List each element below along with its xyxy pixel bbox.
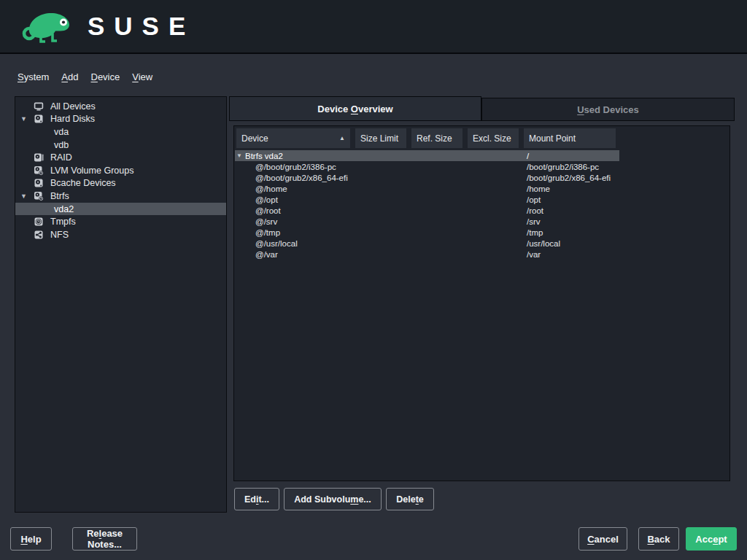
raid-icon <box>34 152 44 163</box>
back-button[interactable]: Back <box>638 527 679 551</box>
expander-down-icon[interactable]: ▼ <box>20 115 34 122</box>
tmpfs-icon <box>34 217 44 228</box>
suse-chameleon-icon <box>19 7 77 46</box>
table-header: Device ▲ Size Limit Ref. Size Excl. Size… <box>236 128 729 148</box>
column-header-device[interactable]: Device ▲ <box>236 128 350 148</box>
tree-item-lvm-volume-groups[interactable]: LVM Volume Groups <box>15 164 226 177</box>
menu-view[interactable]: View <box>132 71 152 82</box>
table-row[interactable]: @/home /home <box>235 183 619 194</box>
tab-used-devices[interactable]: Used Devices <box>481 98 735 121</box>
cell-mount-point: /tmp <box>527 227 543 238</box>
table-body: ▼ Btrfs vda2 / @/boot/grub2/i386-pc /boo… <box>235 150 729 260</box>
hard-disk-icon <box>34 114 44 125</box>
tree-item-label: vda <box>54 127 69 137</box>
suse-wordmark: SUSE <box>88 12 195 41</box>
help-button[interactable]: Help <box>10 527 52 551</box>
column-header-mount-point[interactable]: Mount Point <box>524 128 616 148</box>
cell-device: @/srv <box>255 217 277 226</box>
accept-button[interactable]: Accept <box>686 527 737 551</box>
table-row[interactable]: @/tmp /tmp <box>235 227 619 238</box>
tree-item-all-devices[interactable]: All Devices <box>15 100 226 113</box>
menubar: System Add Device View <box>18 71 152 82</box>
release-notes-button[interactable]: Release Notes... <box>72 527 137 551</box>
cell-mount-point: /usr/local <box>527 238 560 249</box>
cell-device: Btrfs vda2 <box>245 152 283 160</box>
tree-item-label: LVM Volume Groups <box>50 166 133 176</box>
cell-device: @/tmp <box>255 228 280 237</box>
tree-item-label: Btrfs <box>50 191 69 201</box>
tree-item-label: RAID <box>50 152 72 163</box>
suse-logo: SUSE <box>19 7 195 46</box>
cell-device: @/opt <box>255 195 278 204</box>
cell-mount-point: /boot/grub2/x86_64-efi <box>527 172 611 183</box>
column-header-ref-size[interactable]: Ref. Size <box>411 128 462 148</box>
table-row[interactable]: @/boot/grub2/x86_64-efi /boot/grub2/x86_… <box>235 172 619 183</box>
tab-device-overview[interactable]: Device Overview <box>229 96 481 121</box>
tree-item-tmpfs[interactable]: Tmpfs <box>15 215 226 228</box>
expander-down-icon[interactable]: ▼ <box>20 192 34 200</box>
tree-item-label: Tmpfs <box>50 217 76 227</box>
table-row-btrfs-vda2[interactable]: ▼ Btrfs vda2 / <box>235 150 619 161</box>
menu-system[interactable]: System <box>18 71 49 82</box>
tree-item-nfs[interactable]: NFS <box>15 228 226 241</box>
tree-item-label: Hard Disks <box>50 114 95 124</box>
sort-ascending-icon: ▲ <box>339 135 345 141</box>
subvolume-table: Device ▲ Size Limit Ref. Size Excl. Size… <box>233 125 730 481</box>
table-row[interactable]: @/opt /opt <box>235 194 619 205</box>
tree-item-vdb[interactable]: vdb <box>15 139 226 152</box>
computer-icon <box>34 101 44 112</box>
menu-add[interactable]: Add <box>61 71 78 82</box>
column-header-size-limit[interactable]: Size Limit <box>355 128 406 148</box>
cell-mount-point: /srv <box>527 216 541 227</box>
tree-item-label: Bcache Devices <box>50 178 116 188</box>
add-subvolume-button[interactable]: Add Subvolume... <box>284 488 382 510</box>
tree-item-vda2[interactable]: vda2 <box>15 203 226 216</box>
suse-header: SUSE <box>0 0 747 54</box>
cell-mount-point: /opt <box>527 194 541 205</box>
btrfs-icon <box>34 190 44 201</box>
cancel-button[interactable]: Cancel <box>578 527 627 551</box>
column-header-excl-size[interactable]: Excl. Size <box>468 128 519 148</box>
tree-item-bcache-devices[interactable]: Bcache Devices <box>15 177 226 190</box>
tree-item-btrfs[interactable]: ▼ Btrfs <box>15 190 226 203</box>
cell-device: @/home <box>255 184 287 193</box>
table-row[interactable]: @/root /root <box>235 205 619 216</box>
cell-mount-point: /var <box>527 249 541 260</box>
nfs-icon <box>34 229 44 240</box>
lvm-icon <box>34 165 44 176</box>
tree-item-hard-disks[interactable]: ▼ Hard Disks <box>15 113 226 126</box>
delete-button[interactable]: Delete <box>386 488 434 510</box>
table-row[interactable]: @/usr/local /usr/local <box>235 238 619 249</box>
cell-mount-point: /boot/grub2/i386-pc <box>527 161 599 172</box>
expander-down-icon[interactable]: ▼ <box>236 152 245 159</box>
tree-item-label: All Devices <box>50 101 96 112</box>
cell-mount-point: /home <box>527 183 550 194</box>
menu-device[interactable]: Device <box>90 71 120 82</box>
cell-device: @/boot/grub2/i386-pc <box>255 163 336 171</box>
tree-item-label: vdb <box>54 140 69 150</box>
tree-item-label: NFS <box>50 230 69 240</box>
table-row[interactable]: @/boot/grub2/i386-pc /boot/grub2/i386-pc <box>235 161 619 172</box>
table-row[interactable]: @/var /var <box>235 249 619 260</box>
cell-device: @/usr/local <box>255 239 298 248</box>
edit-button[interactable]: Edit... <box>234 488 279 510</box>
tree-item-raid[interactable]: RAID <box>15 151 226 164</box>
table-row[interactable]: @/srv /srv <box>235 216 619 227</box>
cell-device: @/var <box>255 250 278 259</box>
bcache-icon <box>34 178 44 189</box>
cell-mount-point: / <box>527 150 529 161</box>
tree-item-vda[interactable]: vda <box>15 125 226 139</box>
cell-device: @/boot/grub2/x86_64-efi <box>255 174 348 182</box>
cell-device: @/root <box>255 206 281 215</box>
cell-mount-point: /root <box>527 205 543 216</box>
tree-item-label: vda2 <box>54 204 74 214</box>
device-tree-panel: All Devices ▼ Hard Disks vda vdb RAID LV… <box>15 96 227 513</box>
tab-bar: Device Overview Used Devices <box>229 96 735 121</box>
